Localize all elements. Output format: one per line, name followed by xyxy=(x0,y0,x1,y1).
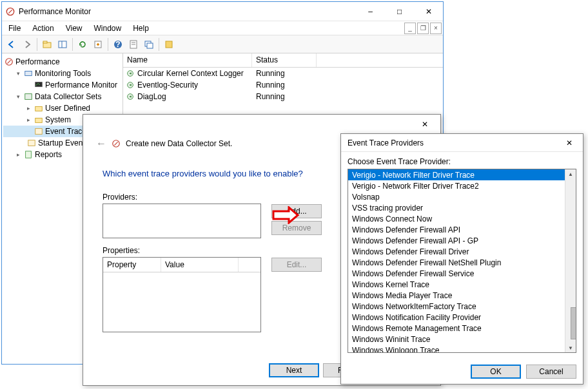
tree-monitoring[interactable]: ▾ Monitoring Tools xyxy=(3,68,121,79)
collapse-icon[interactable]: ▾ xyxy=(15,70,22,77)
provider-item[interactable]: Windows Connect Now xyxy=(348,213,576,224)
wizard-back-icon[interactable]: ← xyxy=(96,138,106,149)
col-status[interactable]: Status xyxy=(252,53,317,67)
tree-dcs[interactable]: ▾ Data Collector Sets xyxy=(3,91,121,102)
provider-item[interactable]: Windows Defender Firewall API - GP xyxy=(348,235,576,246)
forward-icon[interactable] xyxy=(20,37,34,52)
titlebar[interactable]: Performance Monitor – □ ✕ xyxy=(2,2,443,21)
next-button[interactable]: Next xyxy=(269,363,319,377)
win-close-icon[interactable]: × xyxy=(430,23,442,34)
close-button[interactable]: ✕ xyxy=(414,2,443,21)
collapse-icon[interactable]: ▾ xyxy=(15,93,22,100)
provider-item[interactable]: Windows Defender Firewall Driver xyxy=(348,246,576,257)
window-icon[interactable] xyxy=(142,37,156,52)
menu-view[interactable]: View xyxy=(61,23,88,34)
export-icon[interactable] xyxy=(91,37,105,52)
wizard-icon xyxy=(112,139,121,148)
provider-picker-dialog: Event Trace Providers ✕ Choose Event Tra… xyxy=(340,133,583,384)
picker-title: Event Trace Providers xyxy=(348,138,424,147)
svg-rect-14 xyxy=(166,41,172,48)
tree-dcs-label: Data Collector Sets xyxy=(35,92,101,101)
win-restore-icon[interactable]: ❐ xyxy=(417,23,429,34)
providers-list[interactable] xyxy=(103,204,261,238)
expand-icon[interactable]: ▸ xyxy=(25,105,32,112)
tree-monitoring-label: Monitoring Tools xyxy=(35,69,91,78)
row-status: Running xyxy=(252,92,317,101)
row-status: Running xyxy=(252,69,317,78)
add-button[interactable]: Add... xyxy=(271,204,322,218)
tree-perfmon[interactable]: Performance Monitor xyxy=(3,79,121,91)
picker-titlebar[interactable]: Event Trace Providers ✕ xyxy=(341,134,583,152)
remove-button[interactable]: Remove xyxy=(271,221,322,235)
folder-icon xyxy=(34,115,43,124)
col-value[interactable]: Value xyxy=(161,258,239,272)
col-property[interactable]: Property xyxy=(103,258,161,272)
list-header[interactable]: Name Status xyxy=(123,53,443,68)
provider-item[interactable]: Windows Defender Firewall Service xyxy=(348,268,576,279)
provider-item[interactable]: Windows Winlogon Trace xyxy=(348,345,576,353)
provider-item[interactable]: Windows Wininit Trace xyxy=(348,334,576,345)
win-min-icon[interactable]: _ xyxy=(404,23,416,34)
expand-icon[interactable]: ▸ xyxy=(25,117,32,124)
provider-item[interactable]: Verigio - Network Filter Driver Trace2 xyxy=(348,180,576,191)
provider-item[interactable]: Windows Remote Management Trace xyxy=(348,323,576,334)
folder-icon xyxy=(34,104,43,113)
provider-item[interactable]: Windows Notification Facility Provider xyxy=(348,312,576,323)
col-name[interactable]: Name xyxy=(123,53,252,67)
provider-item[interactable]: Windows Defender Firewall API xyxy=(348,224,576,235)
perf-icon xyxy=(5,57,14,66)
folder-icon[interactable] xyxy=(40,37,54,52)
providers-label: Providers: xyxy=(103,193,261,202)
minimize-button[interactable]: – xyxy=(356,2,385,21)
list-row[interactable]: Circular Kernel Context LoggerRunning xyxy=(123,68,443,79)
scroll-up-icon[interactable]: ▲ xyxy=(568,169,573,178)
provider-item[interactable]: Volsnap xyxy=(348,191,576,202)
app-icon xyxy=(6,7,15,16)
scroll-thumb[interactable] xyxy=(571,307,576,339)
refresh-icon[interactable] xyxy=(75,37,90,52)
menu-window[interactable]: Window xyxy=(89,23,127,34)
tree-perfmon-label: Performance Monitor xyxy=(45,81,117,90)
extra-icon[interactable] xyxy=(162,37,176,52)
provider-item[interactable]: Windows Defender Firewall NetShell Plugi… xyxy=(348,257,576,268)
menu-action[interactable]: Action xyxy=(27,23,59,34)
provider-item[interactable]: Windows Kernel Trace xyxy=(348,279,576,290)
session-icon xyxy=(126,81,135,90)
svg-rect-4 xyxy=(59,41,66,48)
edit-button[interactable]: Edit... xyxy=(271,258,322,272)
scrollbar[interactable]: ▲ ▼ xyxy=(565,169,576,352)
props-icon[interactable] xyxy=(126,37,141,52)
panes-icon[interactable] xyxy=(55,37,70,52)
picker-cancel-button[interactable]: Cancel xyxy=(526,365,576,379)
provider-item[interactable]: Verigio - Network Filter Driver Trace xyxy=(348,169,576,180)
picker-close-button[interactable]: ✕ xyxy=(560,136,579,150)
row-name: Circular Kernel Context Logger xyxy=(137,69,244,78)
row-name: DiagLog xyxy=(137,92,166,101)
svg-rect-17 xyxy=(25,71,32,76)
menu-help[interactable]: Help xyxy=(128,23,154,34)
svg-line-31 xyxy=(114,142,117,145)
properties-table[interactable]: Property Value xyxy=(103,257,261,332)
provider-listbox[interactable]: Verigio - Network Filter Driver TraceVer… xyxy=(348,169,576,353)
menu-file[interactable]: File xyxy=(3,23,26,34)
session-icon xyxy=(126,92,135,101)
wizard-close-button[interactable]: ✕ xyxy=(412,117,438,132)
scroll-down-icon[interactable]: ▼ xyxy=(568,343,573,352)
picker-label: Choose Event Trace Provider: xyxy=(348,157,576,166)
help-icon[interactable]: ? xyxy=(111,37,125,52)
reports-icon xyxy=(24,150,33,159)
list-row[interactable]: DiagLogRunning xyxy=(123,91,443,102)
back-icon[interactable] xyxy=(5,37,19,52)
tree-userdef[interactable]: ▸ User Defined xyxy=(3,102,121,114)
svg-rect-18 xyxy=(35,82,43,87)
provider-item[interactable]: VSS tracing provider xyxy=(348,202,576,213)
tree-root[interactable]: Performance xyxy=(3,56,121,68)
monitor-icon xyxy=(34,81,43,90)
list-row[interactable]: Eventlog-SecurityRunning xyxy=(123,79,443,91)
provider-item[interactable]: Windows NetworkItemFactory Trace xyxy=(348,301,576,312)
expand-icon[interactable]: ▸ xyxy=(15,151,22,158)
ok-button[interactable]: OK xyxy=(471,365,521,379)
tree-system-label: System xyxy=(45,115,71,124)
provider-item[interactable]: Windows Media Player Trace xyxy=(348,290,576,301)
maximize-button[interactable]: □ xyxy=(385,2,414,21)
